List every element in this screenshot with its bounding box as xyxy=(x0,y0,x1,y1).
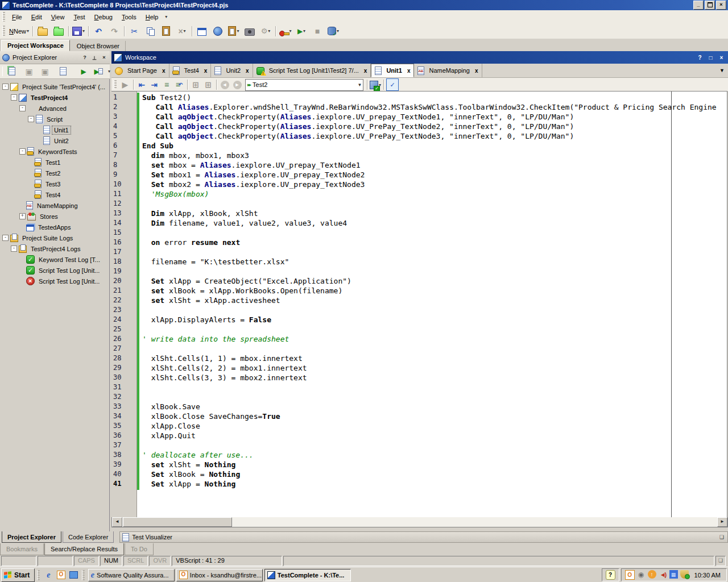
menu-view[interactable]: View xyxy=(47,12,69,22)
code-line[interactable]: Dim filename, value1, value2, value3, va… xyxy=(142,218,727,228)
close-tab-icon[interactable]: x xyxy=(204,68,208,74)
code-line[interactable]: Set mbox1 = Aliases.iexplore.UV_prepay_T… xyxy=(142,170,727,180)
gutter-line-number[interactable]: 34 xyxy=(111,411,136,421)
gutter-line-number[interactable]: 16 xyxy=(111,238,136,247)
tree-item[interactable]: +Stores xyxy=(0,211,110,222)
undo-button[interactable]: ↶ xyxy=(91,25,106,38)
code-line[interactable]: 'MsgBox(mbox) xyxy=(142,189,727,199)
code-line[interactable] xyxy=(142,440,727,450)
code-line[interactable]: dim mbox, mbox1, mbox3 xyxy=(142,151,727,160)
code-line[interactable] xyxy=(142,392,727,402)
tree-expander[interactable]: + xyxy=(19,213,26,219)
tray-audio-icon[interactable]: ◉ xyxy=(637,570,646,579)
close-button[interactable]: × xyxy=(716,1,726,10)
view-tab-object-browser[interactable]: Object Browser xyxy=(71,41,126,51)
code-line[interactable] xyxy=(142,228,727,238)
navigate-forward-button[interactable]: ► xyxy=(231,79,243,90)
paste-special-button[interactable]: ▾ xyxy=(226,25,241,38)
minimize-button[interactable]: _ xyxy=(693,1,704,10)
code-line[interactable] xyxy=(142,325,727,334)
tree-item[interactable]: -Project Suite Logs xyxy=(0,232,110,243)
tab-list-dropdown[interactable]: ▼ xyxy=(719,64,728,77)
gutter-line-number[interactable]: 15 xyxy=(111,228,136,238)
gutter-line-number[interactable]: 21 xyxy=(111,286,136,296)
code-line[interactable]: xlApp.DisplayAlerts = False xyxy=(142,315,727,325)
view-code-button[interactable] xyxy=(57,65,72,78)
cut-button[interactable]: ✂ xyxy=(127,25,142,38)
gutter-line-number[interactable]: 37 xyxy=(111,440,136,450)
tray-shield-icon[interactable] xyxy=(680,570,689,579)
doc-tab-unit2[interactable]: Unit2x xyxy=(211,64,253,77)
code-line[interactable] xyxy=(142,305,727,315)
gutter-line-number[interactable]: 30 xyxy=(111,373,136,383)
tree-item[interactable]: Unit1 xyxy=(0,124,110,135)
record-button[interactable]: ▾ xyxy=(278,25,293,38)
save-button[interactable]: ▾ xyxy=(71,25,86,38)
panel-tab-code-explorer[interactable]: Code Explorer xyxy=(63,531,114,543)
gutter-line-number[interactable]: 27 xyxy=(111,344,136,354)
new-button[interactable]: NNew▾ xyxy=(8,25,30,38)
code-line[interactable] xyxy=(142,267,727,276)
gutter-line-number[interactable]: 18 xyxy=(111,257,136,267)
indent-button[interactable]: ⇥ xyxy=(148,79,160,90)
comment-button[interactable]: ≡ xyxy=(161,79,172,90)
gutter-line-number[interactable]: 40 xyxy=(111,469,136,479)
gutter-line-number[interactable]: 9 xyxy=(111,170,136,180)
code-line[interactable] xyxy=(142,344,727,354)
doc-tab-script-test-log-unit1-test2-7-[interactable]: Script Test Log [Unit1\Test2] 7/...x xyxy=(253,64,371,77)
task-button-ie[interactable]: eSoftware Quality Assura... xyxy=(88,569,175,581)
tree-expander[interactable]: - xyxy=(2,235,9,241)
tree-item[interactable]: NameMapping xyxy=(0,200,110,211)
toolbar-overflow-chevron[interactable]: ▾ xyxy=(108,69,110,74)
tree-expander[interactable]: - xyxy=(11,246,17,252)
screenshot-button[interactable] xyxy=(242,25,257,38)
run-item-button[interactable]: ▶ xyxy=(92,65,107,78)
gutter-line-number[interactable]: 10 xyxy=(111,180,136,189)
code-line[interactable]: set mbox = Aliases.iexplore.UV_prepay_Te… xyxy=(142,160,727,170)
gutter-line-number[interactable]: 2 xyxy=(111,102,136,112)
tree-item[interactable]: Script Test Log [Unit... xyxy=(0,265,110,276)
scroll-right-button[interactable]: ► xyxy=(717,517,727,527)
run-project-button[interactable]: ▶ xyxy=(76,65,91,78)
start-button[interactable]: Start xyxy=(1,568,35,582)
scrollbar-thumb[interactable] xyxy=(123,517,232,527)
view-tab-project-workspace[interactable]: Project Workspace xyxy=(1,40,70,51)
tree-expander[interactable]: - xyxy=(11,94,17,101)
help-tray-icon[interactable]: ? xyxy=(606,570,615,580)
code-line[interactable]: ' deallocate after use... xyxy=(142,450,727,460)
menu-edit[interactable]: Edit xyxy=(27,12,47,22)
web-testing-button[interactable] xyxy=(210,25,225,38)
code-line[interactable]: Set mbox2 = Aliases.iexplore.UV_prepay_T… xyxy=(142,180,727,189)
panel-tab-project-explorer[interactable]: Project Explorer xyxy=(2,531,61,543)
tree-item[interactable]: Test4 xyxy=(0,189,110,200)
gutter-line-number[interactable]: 33 xyxy=(111,402,136,411)
code-line[interactable]: Call aqObject.CheckProperty(Aliases.iexp… xyxy=(142,122,727,131)
doc-tab-test4[interactable]: Test4x xyxy=(169,64,212,77)
tree-item[interactable]: TestedApps xyxy=(0,222,110,232)
code-line[interactable]: Call Aliases.Explorer.wndShell_TrayWnd.R… xyxy=(142,102,727,112)
tree-expander[interactable]: - xyxy=(28,116,34,122)
gutter-line-number[interactable]: 19 xyxy=(111,267,136,276)
code-line[interactable] xyxy=(142,247,727,257)
run-button[interactable]: ▶▾ xyxy=(294,25,309,38)
dock-tab-to-do[interactable]: To Do xyxy=(125,543,154,555)
add-to-project-button[interactable] xyxy=(195,25,209,38)
code-line[interactable]: Call aqObject.CheckProperty(Aliases.iexp… xyxy=(142,131,727,141)
code-line[interactable]: Set xlApp = Nothing xyxy=(142,479,727,489)
tree-item[interactable]: -Project Suite 'TestProject4' (... xyxy=(0,81,110,92)
combo-dropdown-arrow[interactable]: ▼ xyxy=(357,82,363,88)
menu-help[interactable]: Help xyxy=(141,12,163,22)
code-line[interactable]: set xlSht = xlApp.activesheet xyxy=(142,296,727,305)
gutter-line-number[interactable]: 23 xyxy=(111,305,136,315)
workspace-help-icon[interactable]: ? xyxy=(696,55,704,61)
tree-item[interactable]: Unit2 xyxy=(0,135,110,146)
navigate-back-button[interactable]: ◄ xyxy=(219,79,230,90)
gutter-line-number[interactable]: 25 xyxy=(111,325,136,334)
tree-expander[interactable]: - xyxy=(2,84,9,90)
code-line[interactable]: on error resume next xyxy=(142,238,727,247)
pin-icon[interactable]: ⊤ xyxy=(90,54,98,61)
dock-icon[interactable]: ❏ xyxy=(719,534,724,540)
close-panel-icon[interactable]: × xyxy=(100,54,108,61)
tray-volume-icon[interactable]: ◄) xyxy=(659,570,667,579)
gutter-line-number[interactable]: 35 xyxy=(111,421,136,431)
